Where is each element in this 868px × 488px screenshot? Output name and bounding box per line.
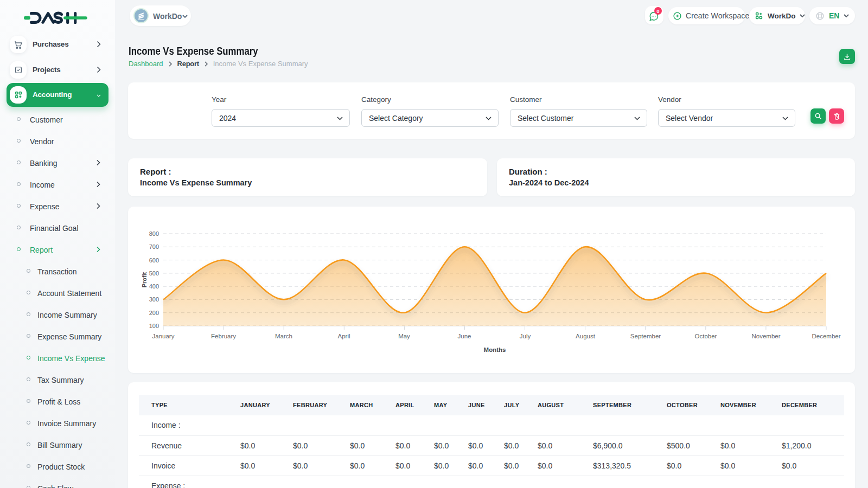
svg-text:July: July bbox=[520, 333, 531, 339]
svg-text:500: 500 bbox=[149, 270, 159, 277]
svg-text:January: January bbox=[152, 333, 175, 339]
svg-text:200: 200 bbox=[149, 310, 159, 316]
svg-text:March: March bbox=[275, 333, 292, 339]
svg-text:400: 400 bbox=[149, 283, 159, 290]
svg-text:June: June bbox=[458, 333, 471, 339]
svg-text:October: October bbox=[695, 333, 717, 339]
svg-text:May: May bbox=[398, 333, 410, 339]
svg-text:700: 700 bbox=[149, 243, 159, 250]
svg-text:600: 600 bbox=[149, 257, 159, 264]
svg-text:February: February bbox=[211, 333, 236, 339]
svg-text:December: December bbox=[812, 333, 840, 339]
svg-text:April: April bbox=[337, 333, 350, 339]
svg-text:300: 300 bbox=[149, 296, 159, 303]
svg-text:September: September bbox=[630, 333, 661, 339]
svg-text:Profit: Profit bbox=[141, 272, 148, 287]
svg-text:800: 800 bbox=[149, 230, 159, 237]
svg-text:November: November bbox=[751, 333, 780, 339]
svg-text:August: August bbox=[576, 333, 596, 339]
svg-text:Months: Months bbox=[484, 346, 506, 353]
svg-text:100: 100 bbox=[149, 323, 159, 329]
